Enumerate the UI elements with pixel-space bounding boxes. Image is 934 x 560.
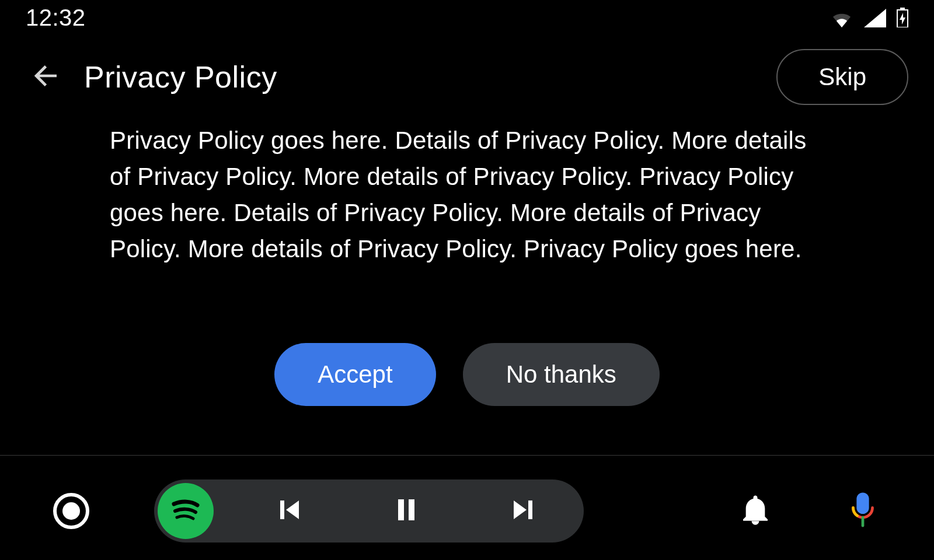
svg-point-3 xyxy=(62,502,80,520)
policy-body-text: Privacy Policy goes here. Details of Pri… xyxy=(110,123,824,267)
decline-button-label: No thanks xyxy=(506,360,616,388)
svg-rect-4 xyxy=(280,501,284,519)
system-navbar xyxy=(0,462,934,560)
media-app-button[interactable] xyxy=(158,483,214,539)
navbar-right-group xyxy=(737,492,881,530)
status-clock: 12:32 xyxy=(26,5,86,31)
media-control-pill xyxy=(154,480,584,542)
spotify-icon xyxy=(168,492,203,530)
voice-assistant-button[interactable] xyxy=(844,492,881,530)
previous-track-button[interactable] xyxy=(260,482,319,540)
action-row: Accept No thanks xyxy=(0,343,934,406)
skip-previous-icon xyxy=(276,496,304,526)
microphone-icon xyxy=(848,491,878,531)
next-track-button[interactable] xyxy=(494,482,552,540)
svg-rect-7 xyxy=(528,501,532,519)
wifi-icon xyxy=(830,9,853,27)
play-pause-button[interactable] xyxy=(377,482,435,540)
status-bar: 12:32 xyxy=(0,0,934,35)
skip-next-icon xyxy=(509,496,537,526)
status-icons xyxy=(830,8,908,27)
arrow-left-icon xyxy=(30,60,62,94)
battery-icon xyxy=(897,8,908,27)
page-title: Privacy Policy xyxy=(84,60,277,94)
notifications-button[interactable] xyxy=(737,492,774,530)
bottom-divider xyxy=(0,455,934,456)
launcher-button[interactable] xyxy=(53,492,90,530)
skip-button[interactable]: Skip xyxy=(776,49,908,105)
signal-icon xyxy=(864,9,886,27)
decline-button[interactable]: No thanks xyxy=(463,343,660,406)
bell-icon xyxy=(739,494,772,528)
accept-button[interactable]: Accept xyxy=(274,343,435,406)
svg-rect-5 xyxy=(398,499,404,520)
pause-icon xyxy=(392,496,420,526)
page-header: Privacy Policy Skip xyxy=(0,49,934,105)
svg-rect-6 xyxy=(409,499,414,520)
circle-dot-icon xyxy=(53,522,90,531)
skip-button-label: Skip xyxy=(818,63,866,91)
back-button[interactable] xyxy=(26,57,67,97)
accept-button-label: Accept xyxy=(318,360,392,388)
